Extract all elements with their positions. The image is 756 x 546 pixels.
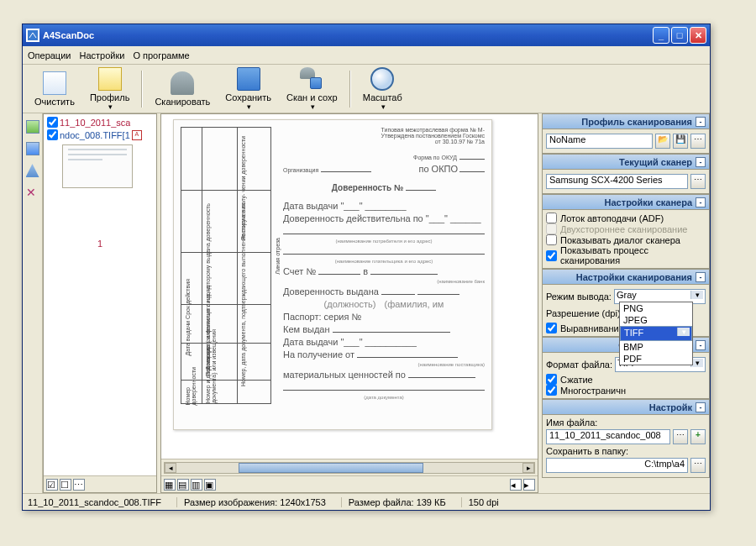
separator [141,71,143,108]
save-button[interactable]: Сохранить [220,66,276,113]
app-icon [26,29,39,42]
deselect-all-icon[interactable]: ☐ [60,479,71,491]
next-page-icon[interactable]: ▸ [523,479,535,491]
status-filename: 11_10_2011_scandoc_008.TIFF [28,497,161,507]
view-mode-icon[interactable]: ▣ [204,479,216,491]
clear-button[interactable]: Очистить [29,70,80,108]
separator [349,71,351,108]
menu-settings[interactable]: Настройки [79,50,124,60]
profile-save-button[interactable]: 💾 [673,134,688,149]
thumb-menu-icon[interactable]: ⋯ [73,479,85,491]
compress-checkbox[interactable] [546,374,557,385]
thumbnail-pane: 11_10_2011_sca ndoc_008.TIFF[1 A 1 ☑ ☐ ⋯ [43,113,157,493]
scanner-name-input[interactable]: Samsung SCX-4200 Series [546,174,688,189]
folder-input[interactable]: C:\tmp\a4 [546,458,688,473]
scanner-section: Текущий сканер- Samsung SCX-4200 Series … [542,154,710,194]
thumb-toolbar: ☑ ☐ ⋯ [44,475,156,492]
svg-rect-0 [28,30,38,40]
view-mode-icon[interactable]: ▥ [191,479,202,491]
scan-button[interactable]: Сканировать [150,70,215,108]
format-dropdown[interactable]: PNG JPEG TIFF⧉ BMP PDF [619,302,693,365]
collapse-icon[interactable]: - [696,157,706,167]
zoom-icon [370,67,394,91]
scan-profile-section: Профиль сканирования- NoName 📂 💾 ⋯ [542,113,710,154]
add-page-icon[interactable] [26,120,39,134]
main-toolbar: Очистить Профиль Сканировать Сохранить С… [23,65,710,113]
rotate-icon[interactable] [26,164,39,177]
multipage-checkbox[interactable] [546,385,557,396]
process-checkbox[interactable] [546,250,557,261]
menu-about[interactable]: О программе [133,50,189,60]
thumb-item[interactable]: 11_10_2011_sca [45,116,155,129]
preview-toolbar: ◂▸ [161,459,538,475]
thumb-checkbox[interactable] [47,117,58,128]
titlebar[interactable]: A4ScanDoc _ □ ✕ [23,24,710,46]
thumb-label: 11_10_2011_sca [60,118,130,128]
menu-operations[interactable]: Операции [28,50,71,60]
dialog-checkbox[interactable] [546,234,557,245]
duplex-checkbox [546,223,557,234]
status-dpi: 150 dpi [461,497,499,507]
thumbnail-image[interactable] [62,144,133,188]
thumb-item[interactable]: ndoc_008.TIFF[1 A [45,129,155,141]
document-preview[interactable]: Номер доверенности Дата выдачи Срок дейс… [173,119,492,430]
format-option[interactable]: JPEG [620,314,692,326]
preview-pane: Номер доверенности Дата выдачи Срок дейс… [160,113,538,493]
filename-plus-button[interactable]: + [690,429,706,444]
profile-more-button[interactable]: ⋯ [690,134,706,149]
format-option[interactable]: BMP [620,341,692,353]
profile-icon [98,67,122,91]
status-image-size: Размер изображения: 1240x1753 [176,497,326,507]
folder-label: Сохранить в папку: [546,446,706,456]
maximize-button[interactable]: □ [671,27,688,44]
output-settings-section: Настройк- Имя файла: 11_10_2011_scandoc_… [542,399,710,478]
save-page-icon[interactable] [26,142,39,155]
close-button[interactable]: ✕ [690,27,706,44]
profile-open-button[interactable]: 📂 [655,134,670,149]
scanner-settings-section: Настройки сканера- Лоток автоподачи (ADF… [542,194,710,269]
collapse-icon[interactable]: - [696,402,706,412]
collapse-icon[interactable]: - [696,117,706,127]
thumb-checkbox[interactable] [47,129,58,140]
cursor-icon: ⧉ [681,328,688,339]
page-number: 1 [45,239,155,249]
pdf-icon: A [132,130,142,140]
scanner-icon [171,71,194,95]
collapse-icon[interactable]: - [696,272,706,282]
main-window: A4ScanDoc _ □ ✕ Операции Настройки О про… [22,24,711,511]
profile-name-input[interactable]: NoName [546,134,653,149]
scanner-more-button[interactable]: ⋯ [690,174,706,189]
status-file-size: Размер файла: 139 КБ [341,497,446,507]
filename-input[interactable]: 11_10_2011_scandoc_008 [546,429,670,444]
horizontal-scrollbar[interactable]: ◂▸ [164,462,535,474]
scan-save-button[interactable]: Скан и сохр [281,66,343,113]
minimize-button[interactable]: _ [653,27,669,44]
format-option-selected[interactable]: TIFF⧉ [620,326,692,341]
select-all-icon[interactable]: ☑ [46,479,58,491]
format-option[interactable]: PNG [620,302,692,314]
preview-bottom-toolbar: ▦ ▤ ▥ ▣ ◂ ▸ [161,475,538,492]
prev-page-icon[interactable]: ◂ [510,479,522,491]
save-icon [237,67,260,91]
filename-label: Имя файла: [546,417,706,428]
zoom-button[interactable]: Масштаб [358,66,407,113]
filename-more-button[interactable]: ⋯ [673,429,688,444]
scan-save-icon [300,67,323,91]
view-mode-icon[interactable]: ▦ [164,479,176,491]
view-mode-icon[interactable]: ▤ [177,479,189,491]
delete-icon[interactable]: ✕ [26,186,39,199]
collapse-icon[interactable]: - [696,197,706,207]
statusbar: 11_10_2011_scandoc_008.TIFF Размер изобр… [23,493,710,510]
collapse-icon[interactable]: - [696,340,706,350]
adf-checkbox[interactable] [546,213,557,223]
thumb-label: ndoc_008.TIFF[1 [60,130,130,140]
menubar: Операции Настройки О программе [23,46,710,65]
profile-button[interactable]: Профиль [85,66,135,113]
document-icon [43,71,66,95]
format-option[interactable]: PDF [620,353,692,365]
folder-more-button[interactable]: ⋯ [690,458,706,473]
window-title: A4ScanDoc [43,30,653,40]
left-toolbar: ✕ [23,113,43,493]
align-checkbox[interactable] [546,323,557,333]
